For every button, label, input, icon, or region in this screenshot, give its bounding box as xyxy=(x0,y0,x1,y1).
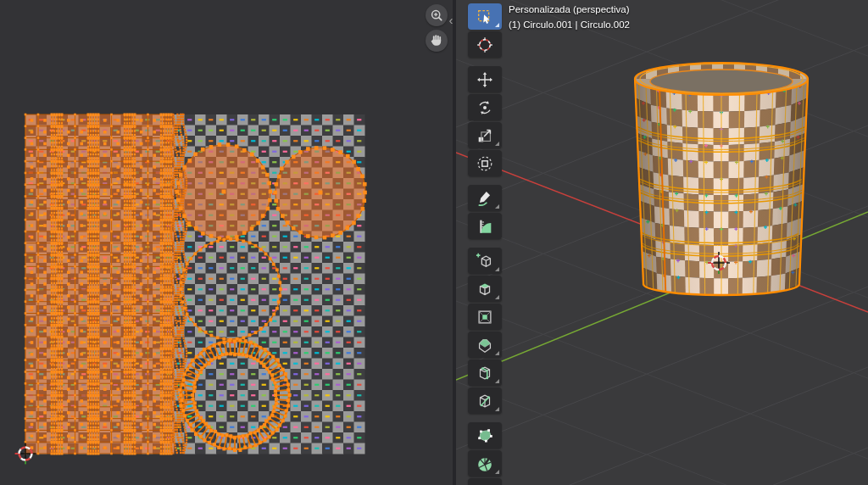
tool-move-tool[interactable] xyxy=(468,66,502,92)
tool-add-cube-tool[interactable] xyxy=(468,248,502,274)
tool-select-box-tool[interactable] xyxy=(468,3,502,30)
spin-tool-icon xyxy=(476,454,494,473)
tool-rotate-tool[interactable] xyxy=(468,94,502,120)
tool-transform-tool[interactable] xyxy=(468,150,502,176)
inset-faces-tool-icon xyxy=(476,308,494,326)
bevel-tool-icon xyxy=(476,336,494,354)
measure-tool-icon xyxy=(476,217,494,236)
tool-smooth-tool[interactable] xyxy=(468,478,502,485)
add-cube-tool-icon xyxy=(476,252,494,270)
tool-loop-cut-tool[interactable] xyxy=(468,360,502,386)
uv-editor-panel xyxy=(0,0,453,485)
tool-spin-tool[interactable] xyxy=(468,450,502,477)
tool-bevel-tool[interactable] xyxy=(468,332,502,358)
select-box-tool-icon xyxy=(476,8,494,26)
pan-button[interactable] xyxy=(426,30,448,52)
move-tool-icon xyxy=(476,70,494,89)
tool-knife-tool[interactable] xyxy=(468,387,502,414)
tool-inset-faces-tool[interactable] xyxy=(468,304,502,330)
viewport-3d-panel: Personalizada (perspectiva) (1) Circulo.… xyxy=(456,0,868,485)
tool-cursor-tool[interactable] xyxy=(468,31,502,58)
zoom-button[interactable] xyxy=(426,4,448,26)
knife-tool-icon xyxy=(476,392,494,410)
tool-annotate-tool[interactable] xyxy=(468,185,502,211)
extrude-region-tool-icon xyxy=(476,280,494,298)
annotate-tool-icon xyxy=(476,189,494,208)
hand-icon xyxy=(428,32,445,49)
scale-tool-icon xyxy=(476,126,494,145)
smooth-tool-icon xyxy=(476,482,494,485)
poly-build-tool-icon xyxy=(476,426,494,445)
tool-measure-tool[interactable] xyxy=(468,213,502,239)
tool-shelf xyxy=(468,3,502,485)
transform-tool-icon xyxy=(476,154,494,173)
tool-poly-build-tool[interactable] xyxy=(468,422,502,449)
uv-editor-canvas[interactable] xyxy=(0,0,453,485)
rotate-tool-icon xyxy=(476,98,494,117)
region-collapse-arrow[interactable]: ‹ xyxy=(446,13,456,28)
blender-window: Personalizada (perspectiva) (1) Circulo.… xyxy=(0,0,868,485)
cursor-tool-icon xyxy=(476,36,494,54)
magnifier-plus-icon xyxy=(428,7,445,24)
tool-extrude-region-tool[interactable] xyxy=(468,276,502,302)
tool-scale-tool[interactable] xyxy=(468,122,502,148)
loop-cut-tool-icon xyxy=(476,364,494,382)
viewport-canvas[interactable] xyxy=(456,0,868,485)
